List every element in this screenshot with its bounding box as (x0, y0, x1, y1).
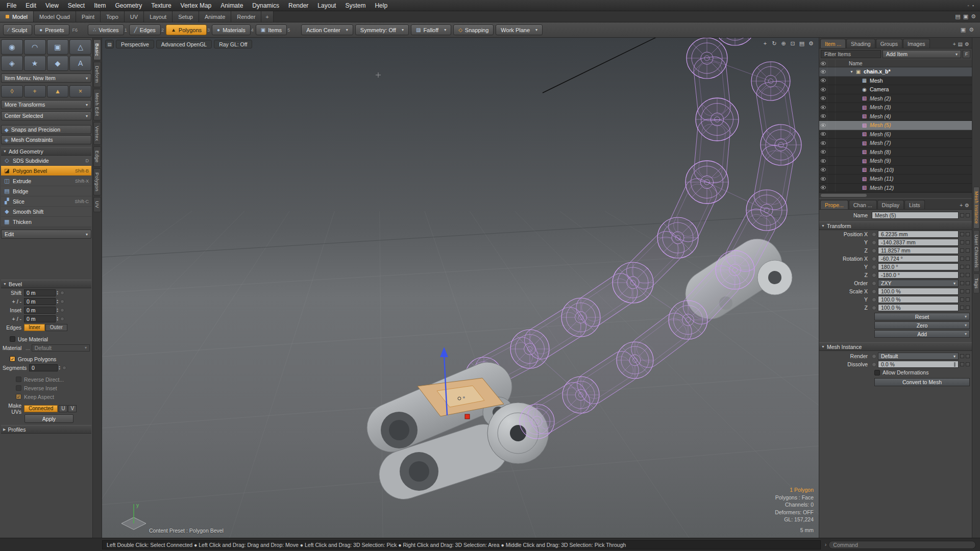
mini-button[interactable] (966, 297, 970, 302)
more-transforms-dropdown[interactable]: More Transforms▾ (1, 100, 91, 109)
split-layout-icon[interactable]: ▤ (955, 13, 960, 20)
envelope-icon[interactable] (872, 232, 876, 237)
transform-tool-icon[interactable]: ◊ (1, 85, 23, 97)
viewport-3d[interactable]: y ▤ PerspectiveAdvanced OpenGLRay GL: Of… (102, 38, 819, 538)
symmetry-dropdown[interactable]: Symmetry: Off (355, 24, 409, 35)
viewport-mode-tab[interactable]: Perspective (116, 40, 154, 48)
channel-value-field[interactable]: -60.724 °▾ (878, 255, 959, 262)
sculpt-tool-icon[interactable]: △ (69, 39, 91, 55)
transform-tool-icon[interactable]: + (24, 85, 46, 97)
envelope-icon[interactable] (60, 317, 64, 321)
item-row[interactable]: ▼ ▣ chain.x_b* (819, 67, 972, 77)
properties-tab[interactable]: Lists (904, 200, 925, 209)
geometry-tool[interactable]: ◪ Polygon Bevel Shift-B (1, 166, 91, 176)
edges-outer-toggle[interactable]: Outer (45, 324, 67, 331)
eye-icon[interactable] (821, 88, 826, 91)
envelope-icon[interactable] (60, 308, 64, 312)
sculpt-tool-icon[interactable]: ★ (24, 56, 46, 71)
snapping-button[interactable]: ◇Snapping (453, 24, 494, 35)
mini-button[interactable] (960, 362, 964, 366)
mini-button[interactable] (960, 248, 964, 253)
viewport-nav-icon[interactable]: ↻ (771, 40, 778, 47)
mini-button[interactable] (960, 257, 964, 261)
work-plane-dropdown[interactable]: Work Plane (496, 24, 543, 35)
layout-tab[interactable]: Render (231, 11, 261, 22)
tool-category-tab[interactable]: Deform (93, 62, 101, 87)
gear-icon[interactable]: ⚙ (965, 41, 969, 47)
form-tab[interactable]: Tags (973, 273, 979, 293)
item-menu-dropdown[interactable]: Item Menu: New Item▾ (1, 73, 91, 83)
make-uvs-connected-button[interactable]: Connected (24, 405, 58, 412)
menu-item[interactable]: Edit (21, 0, 41, 11)
properties-tab[interactable]: Chan ... (849, 200, 877, 209)
mini-button[interactable] (966, 257, 970, 261)
viewport-nav-icon[interactable]: ▤ (798, 40, 805, 47)
menu-item[interactable]: View (41, 0, 63, 11)
mini-button[interactable] (960, 306, 964, 310)
envelope-icon[interactable] (872, 281, 876, 286)
eye-icon[interactable] (821, 106, 826, 109)
sculpt-tool-icon[interactable]: ◈ (1, 56, 23, 71)
dissolve-field[interactable]: 0.0 % (878, 361, 959, 368)
eye-icon[interactable] (821, 177, 826, 181)
mini-button[interactable] (966, 362, 970, 366)
tool-category-tab[interactable]: Edge (93, 146, 101, 167)
spinner-icon[interactable]: ▴▾ (57, 308, 58, 313)
item-list-tab[interactable]: Shading (846, 39, 875, 48)
mini-button[interactable] (960, 289, 964, 293)
tool-category-tab[interactable]: Basic (93, 39, 101, 60)
sculpt-tool-icon[interactable]: ◆ (47, 56, 69, 71)
sculpt-tool-icon[interactable]: ◉ (1, 39, 23, 55)
horizontal-scrollbar[interactable] (819, 192, 972, 198)
command-expand-icon[interactable]: › (825, 542, 826, 547)
falloff-dropdown[interactable]: ▨Falloff (411, 24, 451, 35)
layout-tab[interactable]: Animate (199, 11, 231, 22)
layout-icon[interactable]: ▣ (961, 27, 966, 33)
presets-button[interactable]: ●Presets (34, 24, 69, 35)
selection-mode-button[interactable]: ╱ Edges (129, 24, 161, 35)
spinner-icon[interactable]: ▴▾ (59, 365, 60, 370)
scrollbar-thumb[interactable] (821, 194, 867, 197)
envelope-icon[interactable] (872, 265, 876, 269)
layout-tab[interactable]: Layout (144, 11, 173, 22)
mini-button[interactable] (966, 281, 970, 285)
eye-icon[interactable] (821, 159, 826, 163)
segments-field[interactable]: 0 (29, 364, 58, 371)
viewport-menu-icon[interactable]: ▤ (105, 40, 114, 48)
mini-button[interactable] (966, 354, 970, 358)
pin-icon[interactable]: ▫ (968, 3, 969, 8)
properties-tab[interactable]: Display (877, 200, 904, 209)
mini-button[interactable] (966, 273, 970, 277)
mini-button[interactable] (960, 213, 964, 217)
mini-button[interactable] (960, 240, 964, 244)
sculpt-tool-icon[interactable]: ◠ (24, 39, 46, 55)
mini-button[interactable] (966, 248, 970, 253)
snaps-precision-button[interactable]: ◆Snaps and Precision (1, 125, 91, 134)
item-row[interactable]: ▧ Mesh (12) (819, 184, 972, 193)
form-tab[interactable]: Mesh Instance (973, 187, 979, 229)
envelope-icon[interactable] (872, 362, 876, 367)
item-row[interactable]: ▧ Mesh (11) (819, 174, 972, 184)
action-center-dropdown[interactable]: Action Center (301, 24, 353, 35)
channel-value-field[interactable]: ZXY▾ (878, 280, 959, 287)
window-layout-icon[interactable]: ▪ (972, 3, 974, 8)
envelope-icon[interactable] (872, 248, 876, 253)
item-row[interactable]: ▧ Mesh (8) (819, 148, 972, 157)
mini-button[interactable] (960, 265, 964, 269)
item-row[interactable]: ▧ Mesh (4) (819, 112, 972, 121)
spinner-icon[interactable]: ▴▾ (57, 290, 58, 295)
geometry-tool[interactable]: ▦ Thicken (1, 217, 91, 227)
envelope-icon[interactable] (872, 354, 876, 359)
menu-item[interactable]: Layout (313, 0, 340, 11)
item-row[interactable]: ▧ Mesh (10) (819, 166, 972, 175)
envelope-icon[interactable] (872, 273, 876, 278)
allow-deformations-checkbox[interactable] (874, 370, 880, 375)
envelope-icon[interactable] (872, 297, 876, 302)
form-tab[interactable]: User Channels (973, 230, 979, 272)
mini-button[interactable] (960, 232, 964, 236)
bevel-section-header[interactable]: ▼Bevel (1, 280, 91, 288)
channel-value-field[interactable]: -180.0 °▾ (878, 271, 959, 279)
mesh-instance-section-header[interactable]: ▼Mesh Instance (819, 342, 972, 351)
geometry-tool[interactable]: ▤ Bridge (1, 186, 91, 196)
channel-value-field[interactable]: 11.8257 mm▾ (878, 247, 959, 254)
